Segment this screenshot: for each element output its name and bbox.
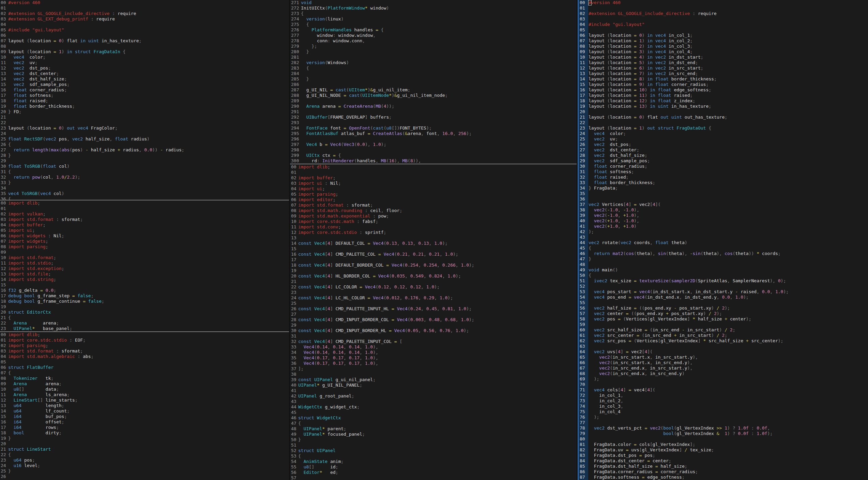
code-line: 53 vec4 pos_start = vec4(in_dst_start.x,… bbox=[578, 289, 868, 295]
code-line: 275 { bbox=[290, 22, 578, 27]
code-line: 274 version(linux) bbox=[290, 16, 578, 22]
line-number: 78 bbox=[580, 425, 589, 431]
line-number: 11 bbox=[1, 392, 8, 397]
line-number: 84 bbox=[580, 458, 589, 464]
code-token: arena bbox=[322, 104, 338, 109]
code-token: dst_half_size bbox=[605, 153, 644, 158]
code-token: / bbox=[717, 333, 722, 338]
code-token: = bbox=[634, 44, 639, 49]
line-number: 60 bbox=[580, 327, 589, 333]
code-token: half_size bbox=[91, 147, 118, 152]
code-token: ; bbox=[695, 469, 698, 474]
code-line: 05 bbox=[578, 27, 868, 33]
code-line: 57 vec2 center = ((pos_end.xy + pos_star… bbox=[578, 311, 868, 316]
editor-pane-left[interactable]: 00#version 4600102#extension GL_GOOGLE_i… bbox=[0, 0, 289, 480]
code-line: 12import std.exception; bbox=[0, 266, 289, 271]
code-buffer[interactable]: 00import dlib;0102import vulkan;03import… bbox=[0, 200, 289, 331]
code-token: ( bbox=[314, 355, 317, 360]
code-line: 26const Vec4[4] CMD_PALETTE_INPUT_HL = V… bbox=[290, 306, 578, 312]
code-token: + bbox=[674, 333, 679, 338]
code-token: = bbox=[634, 104, 639, 109]
code-token: , bbox=[424, 317, 429, 322]
code-token: ; bbox=[628, 142, 631, 147]
code-token: 2 bbox=[722, 333, 725, 338]
code-token: vec2 bbox=[655, 71, 669, 76]
editor-pane-right[interactable]: 00#version 4600102#extension GL_GOOGLE_i… bbox=[578, 0, 868, 480]
code-token: , bbox=[405, 284, 410, 289]
code-line: 37]; bbox=[290, 366, 578, 372]
code-line: 63 bbox=[578, 344, 868, 349]
code-token: vec2 bbox=[589, 327, 607, 332]
code-buffer[interactable]: 271void272InitUICtx(PlatformWindow* wind… bbox=[290, 0, 578, 164]
code-token: ; bbox=[91, 293, 94, 298]
code-token: ; bbox=[399, 208, 402, 213]
code-token: 4 bbox=[328, 306, 330, 311]
code-token: bool bbox=[8, 430, 24, 435]
code-token: ; bbox=[362, 432, 365, 437]
line-number: 15 bbox=[291, 246, 298, 252]
code-token: , bbox=[453, 131, 458, 136]
code-line: 15 vec2 sdf_sample_pos; bbox=[0, 82, 289, 87]
code-token: in_src_end.y bbox=[650, 371, 682, 376]
code-buffer[interactable]: 00#version 4600102#extension GL_GOOGLE_i… bbox=[0, 0, 289, 200]
code-token: import dlib bbox=[298, 164, 328, 169]
code-line: 06import widgets : Nil; bbox=[0, 233, 289, 239]
code-token: vec2 bbox=[589, 305, 607, 311]
line-number: 45 bbox=[291, 410, 298, 415]
code-token: col bbox=[43, 175, 51, 180]
code-token: = bbox=[634, 442, 639, 447]
code-token: ToSRGB bbox=[24, 164, 40, 169]
code-token: : bbox=[54, 217, 61, 222]
code-token: FragDataIn bbox=[94, 49, 123, 54]
code-line: 13import std.file; bbox=[0, 271, 289, 277]
code-token: ] bbox=[679, 447, 685, 452]
code-token: Vec4 bbox=[383, 252, 394, 257]
code-token: location bbox=[610, 82, 634, 87]
code-line: 32 float raised; bbox=[578, 175, 868, 180]
code-token: src_pos bbox=[607, 338, 629, 343]
code-buffer[interactable]: 00#version 4600102#extension GL_GOOGLE_i… bbox=[578, 0, 868, 480]
code-token: ; bbox=[43, 211, 46, 216]
code-line: 73 in_col_2, bbox=[578, 398, 868, 404]
code-token: ( bbox=[43, 136, 46, 141]
code-token: import vulkan bbox=[8, 211, 43, 216]
code-token: ) bbox=[644, 104, 650, 109]
code-token: , bbox=[717, 295, 722, 300]
line-number: 15 bbox=[1, 414, 8, 419]
code-token: vec2 bbox=[589, 365, 610, 371]
code-token: layout bbox=[589, 93, 607, 98]
code-line: 71 vec4 cols[4] = vec4[4]( bbox=[578, 387, 868, 393]
code-token: location bbox=[610, 87, 634, 92]
code-token: } bbox=[8, 436, 11, 441]
code-token: : bbox=[328, 38, 333, 43]
code-token: DEFAULT_COL bbox=[336, 241, 368, 246]
code-token: ; bbox=[637, 147, 639, 152]
code-token: Vec4 bbox=[378, 273, 389, 279]
code-buffer[interactable]: 00import dlib;0102import buffer;03import… bbox=[290, 164, 578, 480]
line-number: 09 bbox=[1, 381, 8, 387]
code-line: 22{ bbox=[0, 452, 289, 457]
code-token: , bbox=[440, 317, 445, 322]
code-token: import std.math.rounding bbox=[298, 208, 362, 213]
code-token: z_index bbox=[674, 98, 693, 103]
line-number: 297 bbox=[291, 142, 301, 147]
code-token: sformat bbox=[62, 217, 80, 222]
code-token: - bbox=[623, 207, 626, 212]
code-line: 21struct LineStart bbox=[0, 447, 289, 452]
code-token: ) bbox=[341, 16, 344, 21]
code-line: 52 bbox=[578, 284, 868, 289]
editor-pane-center[interactable]: 271void272InitUICtx(PlatformWindow* wind… bbox=[290, 0, 578, 480]
code-token: + bbox=[623, 213, 626, 218]
line-number: 58 bbox=[580, 316, 589, 322]
code-token: ( bbox=[605, 218, 607, 223]
line-number: 72 bbox=[580, 393, 589, 398]
code-token: ) bbox=[685, 240, 687, 245]
code-line: 43 bbox=[290, 399, 578, 404]
code-token: = bbox=[634, 82, 639, 87]
line-number: 278 bbox=[291, 38, 301, 44]
code-token: #version 460 bbox=[8, 0, 40, 5]
code-token: : bbox=[357, 230, 365, 235]
code-line: 48 bbox=[578, 262, 868, 267]
code-line: 79 bool(gl_VertexIndex & 1) ? 0.0f : 1.0… bbox=[578, 431, 868, 436]
code-buffer[interactable]: 00import dlib;01import core.stdc.stdio :… bbox=[0, 332, 289, 480]
